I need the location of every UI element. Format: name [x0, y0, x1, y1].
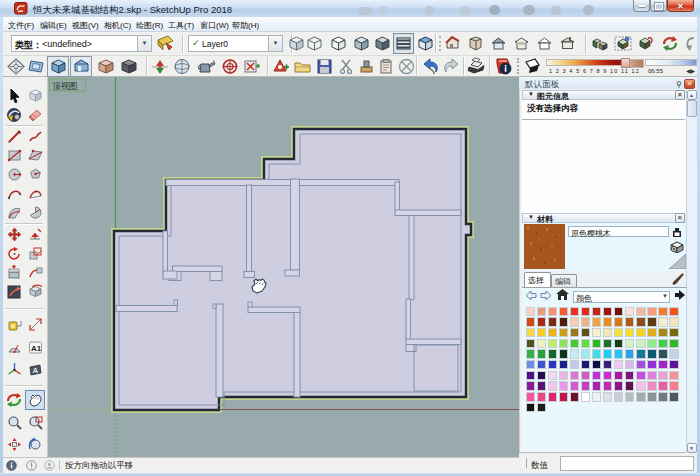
svg-text:A: A — [33, 366, 39, 375]
svg-text:顶视图: 顶视图 — [52, 81, 78, 91]
svg-text:A1: A1 — [31, 344, 42, 353]
